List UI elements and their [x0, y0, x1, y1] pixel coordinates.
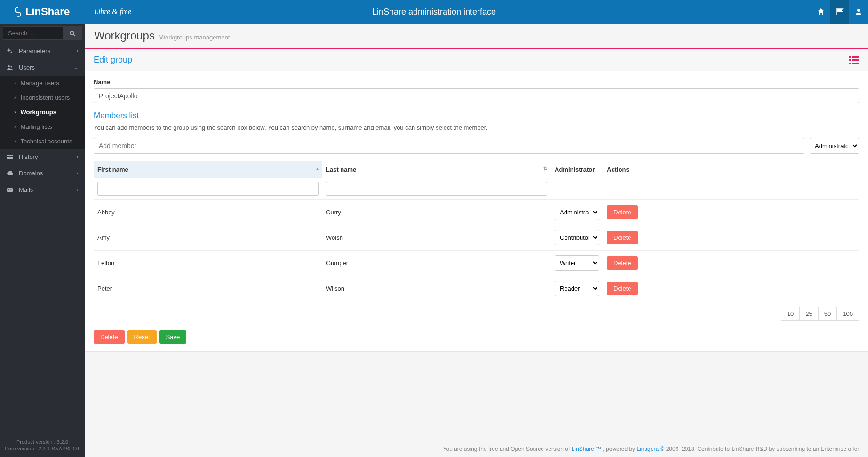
svg-rect-10 — [7, 188, 13, 192]
row-delete-button[interactable]: Delete — [607, 282, 638, 295]
nav-label: History — [19, 153, 38, 160]
nav-mailing-lists[interactable]: »Mailing lists — [0, 119, 85, 134]
svg-rect-11 — [849, 56, 851, 58]
angle-icon: » — [14, 80, 17, 86]
angle-icon: » — [14, 95, 17, 100]
header-admin: Administrator — [551, 161, 603, 178]
logo-text: LinShare — [25, 6, 70, 18]
sort-asc-icon: ▴ — [316, 166, 319, 171]
row-role-select[interactable]: Administrator — [555, 205, 599, 220]
sub-label: Manage users — [21, 79, 59, 87]
svg-point-5 — [8, 65, 10, 67]
nav-inconsistent-users[interactable]: »Inconsistent users — [0, 90, 85, 105]
nav-history[interactable]: History ‹ — [0, 149, 85, 165]
footer-text: You are using the free and Open Source v… — [443, 446, 572, 452]
footer-linshare-link[interactable]: LinShare ™ — [572, 446, 601, 452]
page-size-button[interactable]: 25 — [799, 307, 818, 321]
footer-linagora-link[interactable]: Linagora © — [637, 446, 664, 452]
svg-point-0 — [857, 9, 860, 12]
page-subtitle: Workgroups management — [159, 34, 230, 41]
page-header: Workgroups Workgroups management — [85, 24, 868, 48]
svg-point-1 — [70, 31, 74, 35]
default-role-select[interactable]: Administrator — [810, 138, 859, 154]
row-delete-button[interactable]: Delete — [607, 231, 638, 244]
search-input[interactable] — [3, 26, 63, 40]
name-group: Name — [94, 79, 859, 103]
nav-manage-users[interactable]: »Manage users — [0, 76, 85, 90]
sub-label: Inconsistent users — [21, 94, 70, 101]
delete-button[interactable]: Delete — [94, 330, 125, 344]
filter-lastname[interactable] — [326, 182, 547, 196]
tagline: Libre & free — [94, 8, 131, 16]
angle-icon: » — [14, 110, 17, 115]
flag-icon[interactable] — [830, 0, 849, 24]
panel-title: Edit group — [94, 55, 132, 65]
sub-label: Mailing lists — [21, 123, 52, 130]
sidebar-nav: Parameters ‹ Users ⌄ »Manage users »Inco… — [0, 43, 85, 433]
list-view-icon[interactable] — [849, 56, 859, 64]
page-size-button[interactable]: 100 — [836, 307, 859, 321]
nav-users[interactable]: Users ⌄ — [0, 59, 85, 76]
version-info: Product version : 3.2.0 Core version : 2… — [0, 433, 85, 457]
cell-lastname: Wilson — [322, 276, 551, 301]
nav-domains[interactable]: Domains ‹ — [0, 165, 85, 181]
page-size-button[interactable]: 50 — [818, 307, 837, 321]
chevron-left-icon: ‹ — [77, 154, 78, 159]
svg-rect-8 — [7, 157, 13, 158]
name-input[interactable] — [94, 88, 859, 103]
angle-icon: » — [14, 139, 17, 144]
svg-rect-7 — [7, 155, 13, 156]
row-role-select[interactable]: Reader — [555, 281, 599, 296]
nav-label: Users — [19, 64, 35, 71]
svg-rect-16 — [852, 63, 859, 64]
cell-lastname: Curry — [322, 200, 551, 225]
cell-firstname: Amy — [94, 225, 322, 251]
search-button[interactable] — [63, 26, 82, 40]
save-button[interactable]: Save — [159, 330, 187, 344]
row-delete-button[interactable]: Delete — [607, 256, 638, 270]
nav-users-submenu: »Manage users »Inconsistent users »Workg… — [0, 76, 85, 149]
header-firstname[interactable]: First name▴ — [94, 161, 322, 178]
angle-icon: » — [14, 124, 17, 129]
cogs-icon — [7, 48, 15, 55]
nav-technical-accounts[interactable]: »Technical accounts — [0, 134, 85, 149]
header-lastname[interactable]: Last name⇅ — [322, 161, 551, 178]
edit-group-panel: Edit group Name Members list You can add… — [85, 49, 868, 352]
nav-label: Domains — [19, 170, 43, 177]
sidebar: Parameters ‹ Users ⌄ »Manage users »Inco… — [0, 24, 85, 457]
svg-point-4 — [11, 51, 12, 53]
svg-rect-14 — [852, 59, 859, 61]
envelope-icon — [7, 187, 15, 193]
nav-label: Mails — [19, 186, 33, 193]
user-icon[interactable] — [849, 0, 868, 24]
reset-button[interactable]: Reset — [127, 330, 157, 344]
sidebar-search — [0, 24, 85, 43]
svg-point-6 — [11, 66, 12, 67]
row-role-select[interactable]: Writer — [555, 255, 599, 271]
action-buttons: Delete Reset Save — [94, 330, 859, 344]
add-member-input[interactable] — [94, 138, 804, 154]
cell-firstname: Felton — [94, 251, 322, 276]
filter-firstname[interactable] — [97, 182, 319, 196]
header-icons — [812, 0, 868, 24]
footer-text: 2009–2018. Contribute to LinShare R&D by… — [664, 446, 860, 452]
svg-rect-15 — [849, 63, 851, 64]
svg-point-3 — [8, 49, 10, 51]
panel-header: Edit group — [85, 49, 868, 71]
nav-workgroups[interactable]: »Workgroups — [0, 105, 85, 119]
nav-mails[interactable]: Mails ‹ — [0, 181, 85, 198]
home-icon[interactable] — [812, 0, 830, 24]
logo[interactable]: LinShare — [0, 6, 85, 18]
users-icon — [7, 64, 15, 71]
members-table: First name▴ Last name⇅ Administrator Act… — [94, 161, 859, 301]
product-version: Product version : 3.2.0 — [0, 439, 85, 445]
row-role-select[interactable]: Contributor — [555, 230, 599, 245]
svg-rect-13 — [849, 59, 851, 61]
cell-firstname: Peter — [94, 276, 322, 301]
main-content: Workgroups Workgroups management Edit gr… — [85, 24, 868, 457]
page-size-button[interactable]: 10 — [781, 307, 800, 321]
nav-parameters[interactable]: Parameters ‹ — [0, 43, 85, 59]
row-delete-button[interactable]: Delete — [607, 205, 638, 219]
logo-icon — [13, 6, 23, 17]
core-version: Core version : 2.2.1-SNAPSHOT — [0, 446, 85, 451]
